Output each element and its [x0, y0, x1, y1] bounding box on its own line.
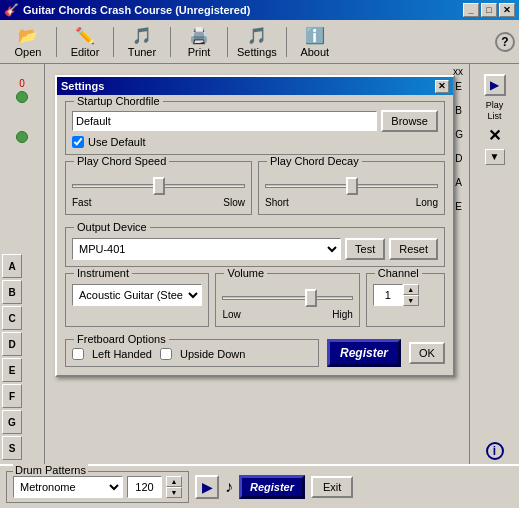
remove-button[interactable]: ✕ — [488, 126, 501, 145]
speed-slow-label: Slow — [223, 197, 245, 208]
editor-button[interactable]: ✏️ Editor — [61, 24, 109, 60]
play-chord-speed-group: Play Chord Speed Fast Slow — [65, 161, 252, 215]
string-a: A — [455, 170, 463, 194]
chordfile-input[interactable] — [72, 111, 377, 131]
use-default-label: Use Default — [88, 136, 145, 148]
test-button[interactable]: Test — [345, 238, 385, 260]
instrument-label: Instrument — [74, 267, 132, 279]
browse-button[interactable]: Browse — [381, 110, 438, 132]
editor-icon: ✏️ — [75, 26, 95, 45]
string-b: B — [455, 98, 463, 122]
playlist-label: PlayList — [486, 100, 504, 122]
output-device-group: Output Device MPU-401 Microsoft GS Wavet… — [65, 227, 445, 267]
channel-label: Channel — [375, 267, 422, 279]
tempo-down-button[interactable]: ▼ — [166, 487, 182, 498]
play-chord-decay-group: Play Chord Decay Short Long — [258, 161, 445, 215]
chord-nav: A B C D E F G S — [0, 250, 44, 464]
reset-button[interactable]: Reset — [389, 238, 438, 260]
print-button[interactable]: 🖨️ Print — [175, 24, 223, 60]
volume-group: Volume Low High — [215, 273, 359, 327]
dialog-title-bar: Settings ✕ — [57, 77, 453, 95]
left-handed-checkbox[interactable] — [72, 348, 84, 360]
settings-dialog: Settings ✕ Startup Chordfile Browse Use … — [55, 75, 455, 377]
minimize-button[interactable]: _ — [463, 3, 479, 17]
instrument-select[interactable]: Acoustic Guitar (Steel) Acoustic Guitar … — [72, 284, 202, 306]
separator-1 — [56, 27, 57, 57]
open-button[interactable]: 📂 Open — [4, 24, 52, 60]
bottom-bar: Drum Patterns Metronome Rock Beat 1 Rock… — [0, 464, 519, 508]
separator-2 — [113, 27, 114, 57]
open-icon: 📂 — [18, 26, 38, 45]
ok-button[interactable]: OK — [409, 342, 445, 364]
about-button[interactable]: ℹ️ About — [291, 24, 339, 60]
instrument-group: Instrument Acoustic Guitar (Steel) Acous… — [65, 273, 209, 327]
tuner-icon: 🎵 — [132, 26, 152, 45]
right-sidebar: ▶ PlayList ✕ ▼ i — [469, 64, 519, 464]
tuner-button[interactable]: 🎵 Tuner — [118, 24, 166, 60]
upside-down-label: Upside Down — [180, 348, 245, 360]
close-button[interactable]: ✕ — [499, 3, 515, 17]
chord-nav-b[interactable]: B — [2, 280, 22, 304]
startup-chordfile-label: Startup Chordfile — [74, 95, 163, 107]
volume-slider[interactable] — [222, 290, 352, 306]
title-bar: 🎸 Guitar Chords Crash Course (Unregister… — [0, 0, 519, 20]
fret-dot-1 — [16, 131, 28, 143]
play-chord-decay-label: Play Chord Decay — [267, 155, 362, 167]
chord-nav-e[interactable]: E — [2, 358, 22, 382]
fretboard-options-label: Fretboard Options — [74, 333, 169, 345]
play-button[interactable]: ▶ — [195, 475, 219, 499]
about-icon: ℹ️ — [305, 26, 325, 45]
dialog-close-button[interactable]: ✕ — [435, 80, 449, 93]
startup-chordfile-group: Startup Chordfile Browse Use Default — [65, 101, 445, 155]
print-icon: 🖨️ — [189, 26, 209, 45]
channel-up-button[interactable]: ▲ — [403, 284, 419, 295]
play-chord-speed-label: Play Chord Speed — [74, 155, 169, 167]
drum-pattern-select[interactable]: Metronome Rock Beat 1 Rock Beat 2 — [13, 476, 123, 498]
play-chord-speed-slider[interactable] — [72, 178, 245, 194]
register-button[interactable]: Register — [327, 339, 401, 367]
exit-button[interactable]: Exit — [311, 476, 353, 498]
settings-icon: 🎵 — [247, 26, 267, 45]
channel-input[interactable] — [373, 284, 403, 306]
decay-long-label: Long — [416, 197, 438, 208]
music-note-button[interactable]: ♪ — [225, 478, 233, 496]
use-default-checkbox[interactable] — [72, 136, 84, 148]
drum-patterns-label: Drum Patterns — [13, 464, 88, 476]
tempo-up-button[interactable]: ▲ — [166, 476, 182, 487]
volume-high-label: High — [332, 309, 353, 320]
separator-4 — [227, 27, 228, 57]
output-device-select[interactable]: MPU-401 Microsoft GS Wavetable SW Synth — [72, 238, 341, 260]
left-handed-label: Left Handed — [92, 348, 152, 360]
left-sidebar: 0 A B C D E F G S — [0, 64, 45, 464]
string-e-low: E — [455, 194, 463, 218]
fret-zero: 0 — [19, 78, 25, 89]
play-chord-decay-slider[interactable] — [265, 178, 438, 194]
volume-low-label: Low — [222, 309, 240, 320]
string-d: D — [455, 146, 463, 170]
app-icon: 🎸 — [4, 3, 19, 17]
play-chord-button[interactable]: ▶ — [484, 74, 506, 96]
chord-nav-s[interactable]: S — [2, 436, 22, 460]
string-e-high: E — [455, 74, 463, 98]
maximize-button[interactable]: □ — [481, 3, 497, 17]
channel-down-button[interactable]: ▼ — [403, 295, 419, 306]
speed-fast-label: Fast — [72, 197, 91, 208]
upside-down-checkbox[interactable] — [160, 348, 172, 360]
chord-nav-d[interactable]: D — [2, 332, 22, 356]
register-bottom-button[interactable]: Register — [239, 475, 305, 499]
chord-nav-g[interactable]: G — [2, 410, 22, 434]
chord-nav-f[interactable]: F — [2, 384, 22, 408]
scroll-down-button[interactable]: ▼ — [485, 149, 505, 165]
chord-nav-a[interactable]: A — [2, 254, 22, 278]
help-button[interactable]: ? — [495, 32, 515, 52]
channel-group: Channel ▲ ▼ — [366, 273, 445, 327]
info-button[interactable]: i — [486, 442, 504, 460]
settings-button[interactable]: 🎵 Settings — [232, 24, 282, 60]
tempo-input[interactable] — [127, 476, 162, 498]
string-g: G — [455, 122, 463, 146]
drum-patterns-group: Drum Patterns Metronome Rock Beat 1 Rock… — [6, 471, 189, 503]
chord-nav-c[interactable]: C — [2, 306, 22, 330]
fretboard-options-group: Fretboard Options Left Handed Upside Dow… — [65, 339, 319, 367]
fret-dot-open — [16, 91, 28, 103]
dialog-title: Settings — [61, 80, 104, 92]
